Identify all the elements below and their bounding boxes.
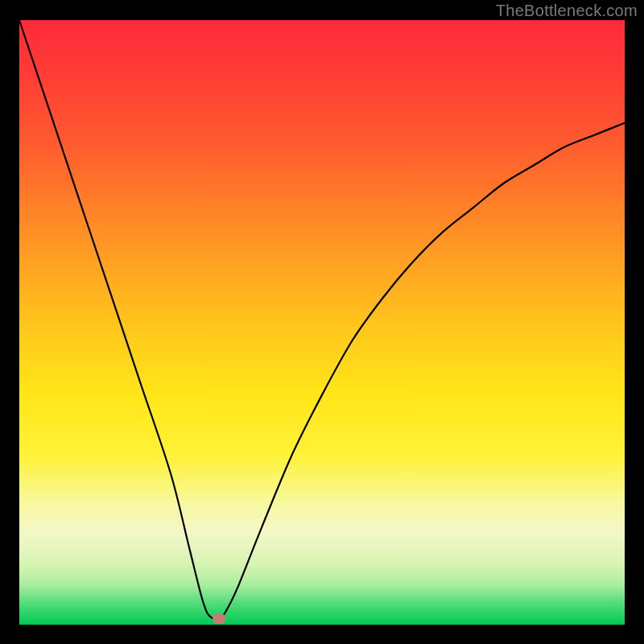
watermark-text: TheBottleneck.com [496, 2, 638, 20]
optimum-marker [213, 613, 225, 623]
plot-background [19, 20, 625, 625]
chart-container: TheBottleneck.com [0, 0, 644, 644]
bottleneck-chart [0, 0, 644, 644]
